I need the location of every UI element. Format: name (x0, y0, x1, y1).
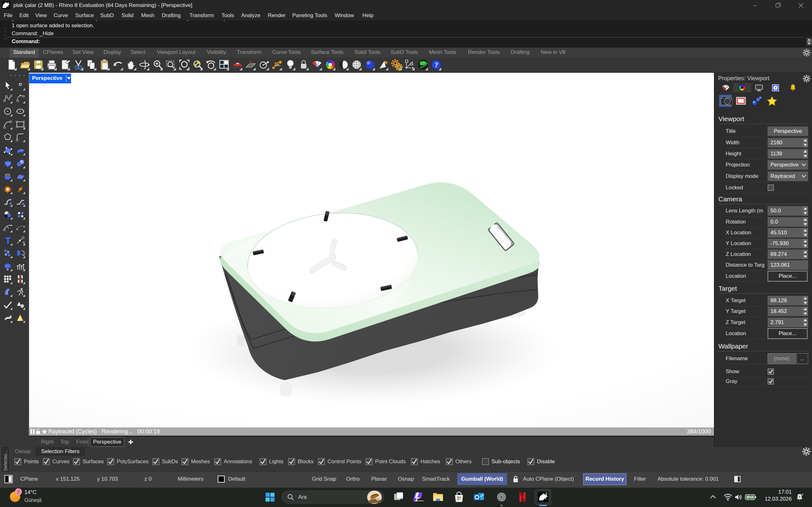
svg-text:?: ? (435, 61, 438, 69)
svg-text:8: 8 (8, 2, 9, 4)
svg-text:z: z (802, 493, 803, 496)
svg-text:8: 8 (546, 492, 547, 496)
svg-text:?: ? (774, 86, 777, 90)
svg-text:M365: M365 (417, 499, 424, 502)
svg-text:z: z (799, 495, 801, 498)
